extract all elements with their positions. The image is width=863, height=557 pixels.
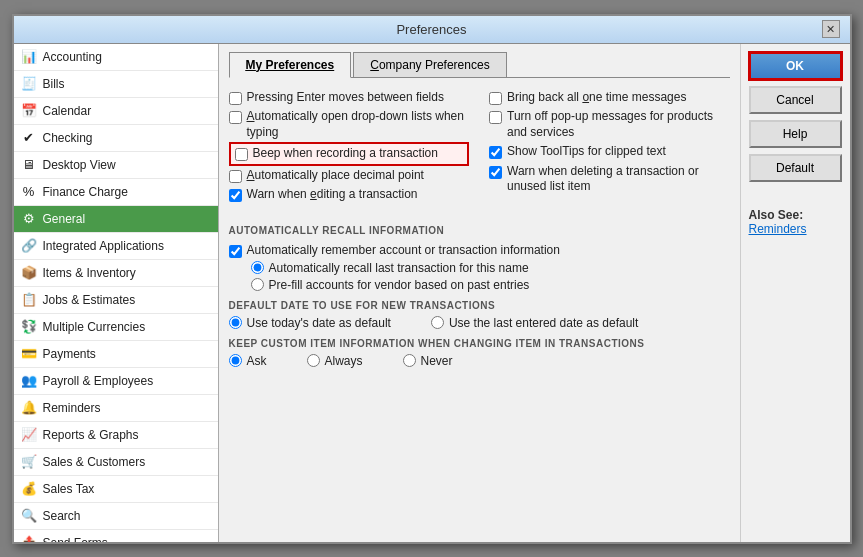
sidebar-item-general[interactable]: ⚙General	[14, 206, 218, 233]
sidebar: 📊Accounting🧾Bills📅Calendar✔Checking🖥Desk…	[14, 44, 219, 542]
use-today-radio[interactable]	[229, 316, 242, 329]
sidebar-item-label-sales-customers: Sales & Customers	[43, 455, 146, 469]
sidebar-item-jobs-estimates[interactable]: 📋Jobs & Estimates	[14, 287, 218, 314]
sidebar-item-finance-charge[interactable]: %Finance Charge	[14, 179, 218, 206]
always-radio[interactable]	[307, 354, 320, 367]
pref-pressing-enter: Pressing Enter moves between fields	[229, 88, 470, 108]
pressing-enter-checkbox[interactable]	[229, 92, 242, 105]
dialog-title: Preferences	[42, 22, 822, 37]
auto-recall-radios: Automatically recall last transaction fo…	[251, 261, 730, 292]
calendar-icon: 📅	[20, 102, 38, 120]
sidebar-item-checking[interactable]: ✔Checking	[14, 125, 218, 152]
auto-dropdown-checkbox[interactable]	[229, 111, 242, 124]
beep-recording-checkbox[interactable]	[235, 148, 248, 161]
sidebar-item-label-multiple-currencies: Multiple Currencies	[43, 320, 146, 334]
ask-radio[interactable]	[229, 354, 242, 367]
sidebar-item-bills[interactable]: 🧾Bills	[14, 71, 218, 98]
sidebar-item-label-payments: Payments	[43, 347, 96, 361]
default-button[interactable]: Default	[749, 154, 842, 182]
desktop-view-icon: 🖥	[20, 156, 38, 174]
warn-deleting-checkbox[interactable]	[489, 166, 502, 179]
cancel-button[interactable]: Cancel	[749, 86, 842, 114]
ok-button[interactable]: OK	[749, 52, 842, 80]
help-button[interactable]: Help	[749, 120, 842, 148]
sidebar-item-reports-graphs[interactable]: 📈Reports & Graphs	[14, 422, 218, 449]
search-icon: 🔍	[20, 507, 38, 525]
sidebar-item-label-checking: Checking	[43, 131, 93, 145]
turn-off-popup-checkbox[interactable]	[489, 111, 502, 124]
turn-off-popup-label: Turn off pop-up messages for products an…	[507, 109, 730, 140]
payroll-employees-icon: 👥	[20, 372, 38, 390]
reminders-link[interactable]: Reminders	[749, 222, 842, 236]
keep-custom-section: KEEP CUSTOM ITEM INFORMATION WHEN CHANGI…	[229, 330, 730, 368]
pref-show-tooltips: Show ToolTips for clipped text	[489, 142, 730, 162]
never-radio[interactable]	[403, 354, 416, 367]
ask-label: Ask	[247, 354, 267, 368]
sidebar-item-items-inventory[interactable]: 📦Items & Inventory	[14, 260, 218, 287]
prefill-vendor-label: Pre-fill accounts for vendor based on pa…	[269, 278, 530, 292]
pref-warn-deleting: Warn when deleting a transaction or unus…	[489, 162, 730, 197]
sidebar-item-label-reminders: Reminders	[43, 401, 101, 415]
beep-recording-label: Beep when recording a transaction	[253, 146, 438, 162]
auto-recall-last-radio[interactable]	[251, 261, 264, 274]
prefs-grid: Pressing Enter moves between fields Auto…	[229, 88, 730, 206]
tabs-container: My Preferences Company Preferences	[229, 52, 730, 78]
dialog-body: 📊Accounting🧾Bills📅Calendar✔Checking🖥Desk…	[14, 44, 850, 542]
sidebar-item-multiple-currencies[interactable]: 💱Multiple Currencies	[14, 314, 218, 341]
sidebar-item-calendar[interactable]: 📅Calendar	[14, 98, 218, 125]
sidebar-item-payroll-employees[interactable]: 👥Payroll & Employees	[14, 368, 218, 395]
prefill-vendor-radio[interactable]	[251, 278, 264, 291]
sidebar-item-label-desktop-view: Desktop View	[43, 158, 116, 172]
sidebar-item-send-forms[interactable]: 📤Send Forms	[14, 530, 218, 542]
use-today-label: Use today's date as default	[247, 316, 391, 330]
auto-recall-last-label: Automatically recall last transaction fo…	[269, 261, 529, 275]
title-bar: Preferences ✕	[14, 16, 850, 44]
also-see-label: Also See:	[749, 208, 842, 222]
sidebar-item-label-search: Search	[43, 509, 81, 523]
bring-back-label: Bring back all one time messages	[507, 90, 686, 106]
default-date-section: DEFAULT DATE TO USE FOR NEW TRANSACTIONS…	[229, 292, 730, 330]
close-button[interactable]: ✕	[822, 20, 840, 38]
auto-remember-label: Automatically remember account or transa…	[247, 243, 560, 259]
tab-company-preferences[interactable]: Company Preferences	[353, 52, 506, 77]
use-last-entered-label: Use the last entered date as default	[449, 316, 638, 330]
tab-my-preferences-label: My Preferences	[246, 58, 335, 72]
pref-beep-recording: Beep when recording a transaction	[229, 142, 470, 166]
decimal-point-checkbox[interactable]	[229, 170, 242, 183]
auto-recall-header: AUTOMATICALLY RECALL INFORMATION	[229, 225, 730, 236]
sidebar-item-accounting[interactable]: 📊Accounting	[14, 44, 218, 71]
sidebar-item-integrated-applications[interactable]: 🔗Integrated Applications	[14, 233, 218, 260]
default-date-radios: Use today's date as default Use the last…	[229, 316, 730, 330]
sidebar-item-label-general: General	[43, 212, 86, 226]
integrated-applications-icon: 🔗	[20, 237, 38, 255]
sidebar-item-desktop-view[interactable]: 🖥Desktop View	[14, 152, 218, 179]
tab-my-preferences[interactable]: My Preferences	[229, 52, 352, 78]
auto-remember-checkbox[interactable]	[229, 245, 242, 258]
show-tooltips-checkbox[interactable]	[489, 146, 502, 159]
accounting-icon: 📊	[20, 48, 38, 66]
sidebar-item-label-bills: Bills	[43, 77, 65, 91]
use-last-entered-radio[interactable]	[431, 316, 444, 329]
sidebar-item-reminders[interactable]: 🔔Reminders	[14, 395, 218, 422]
sidebar-item-label-accounting: Accounting	[43, 50, 102, 64]
sidebar-item-sales-tax[interactable]: 💰Sales Tax	[14, 476, 218, 503]
sales-tax-icon: 💰	[20, 480, 38, 498]
bring-back-checkbox[interactable]	[489, 92, 502, 105]
pref-turn-off-popup: Turn off pop-up messages for products an…	[489, 107, 730, 142]
pref-bring-back: Bring back all one time messages	[489, 88, 730, 108]
warn-editing-checkbox[interactable]	[229, 189, 242, 202]
payments-icon: 💳	[20, 345, 38, 363]
keep-custom-radios: Ask Always Never	[229, 354, 730, 368]
items-inventory-icon: 📦	[20, 264, 38, 282]
general-icon: ⚙	[20, 210, 38, 228]
sidebar-item-label-payroll-employees: Payroll & Employees	[43, 374, 154, 388]
sidebar-item-search[interactable]: 🔍Search	[14, 503, 218, 530]
sidebar-item-sales-customers[interactable]: 🛒Sales & Customers	[14, 449, 218, 476]
main-content: My Preferences Company Preferences Press…	[219, 44, 740, 542]
pref-auto-remember: Automatically remember account or transa…	[229, 241, 730, 261]
warn-deleting-label: Warn when deleting a transaction or unus…	[507, 164, 730, 195]
keep-custom-header: KEEP CUSTOM ITEM INFORMATION WHEN CHANGI…	[229, 338, 730, 349]
pref-beep-recording-wrapper: ➜ Beep when recording a transaction	[229, 142, 470, 166]
radio-ask: Ask	[229, 354, 267, 368]
sidebar-item-payments[interactable]: 💳Payments	[14, 341, 218, 368]
